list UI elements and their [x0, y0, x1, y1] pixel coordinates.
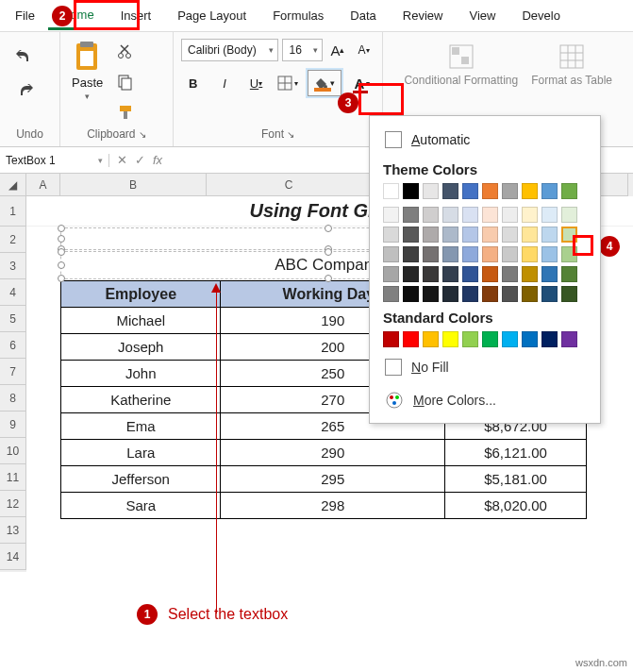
tab-review[interactable]: Review	[390, 3, 457, 28]
row-header[interactable]: 4	[0, 279, 26, 306]
font-size-combo[interactable]: 16	[282, 39, 323, 61]
col-header[interactable]: A	[26, 174, 60, 196]
row-header[interactable]: 2	[0, 227, 26, 253]
color-swatch[interactable]	[502, 331, 518, 347]
color-swatch[interactable]	[561, 286, 577, 302]
color-swatch[interactable]	[502, 266, 518, 282]
row-header[interactable]: 8	[0, 385, 26, 412]
color-swatch[interactable]	[442, 286, 458, 302]
color-swatch[interactable]	[403, 207, 419, 223]
row-header[interactable]: 13	[0, 517, 26, 544]
color-swatch[interactable]	[442, 183, 458, 199]
format-painter-button[interactable]	[112, 100, 139, 125]
row-header[interactable]: 10	[0, 438, 26, 464]
color-swatch[interactable]	[403, 246, 419, 262]
copy-button[interactable]	[112, 70, 139, 94]
cut-button[interactable]	[112, 40, 139, 64]
color-swatch[interactable]	[383, 286, 399, 302]
row-header[interactable]: 11	[0, 464, 26, 491]
select-all-corner[interactable]: ◢	[0, 174, 26, 196]
table-cell[interactable]: Jefferson	[61, 466, 221, 493]
tab-developer[interactable]: Develo	[508, 3, 573, 28]
table-cell[interactable]: $5,181.00	[445, 466, 587, 493]
color-swatch[interactable]	[482, 246, 498, 262]
color-swatch[interactable]	[403, 183, 419, 199]
color-swatch[interactable]	[462, 266, 478, 282]
color-swatch[interactable]	[442, 331, 458, 347]
color-swatch[interactable]	[462, 183, 478, 199]
tab-page-layout[interactable]: Page Layout	[164, 3, 259, 28]
tab-formulas[interactable]: Formulas	[259, 3, 337, 28]
color-swatch[interactable]	[522, 207, 538, 223]
color-swatch[interactable]	[403, 227, 419, 243]
color-swatch[interactable]	[383, 266, 399, 282]
italic-button[interactable]: I	[212, 71, 236, 95]
color-swatch[interactable]	[561, 183, 577, 199]
color-swatch[interactable]	[541, 266, 558, 282]
automatic-option[interactable]: Automatic	[383, 126, 587, 154]
color-swatch[interactable]	[522, 183, 538, 199]
row-header[interactable]: 1	[0, 196, 26, 227]
increase-font-button[interactable]: A▴	[326, 38, 349, 62]
table-cell[interactable]: Ema	[61, 413, 221, 440]
color-swatch[interactable]	[502, 207, 518, 223]
color-swatch[interactable]	[383, 227, 399, 243]
table-cell[interactable]: 298	[221, 493, 445, 519]
color-swatch[interactable]	[442, 227, 458, 243]
col-header[interactable]: B	[60, 174, 207, 196]
table-cell[interactable]: Michael	[61, 308, 221, 334]
table-cell[interactable]: $6,121.00	[445, 440, 587, 466]
fx-label[interactable]: fx	[153, 153, 162, 167]
color-swatch[interactable]	[482, 286, 498, 302]
color-swatch[interactable]	[502, 227, 518, 243]
color-swatch[interactable]	[442, 207, 458, 223]
row-header[interactable]: 14	[0, 544, 26, 570]
decrease-font-button[interactable]: A▾	[353, 38, 375, 62]
underline-button[interactable]: U ▾	[244, 71, 268, 95]
format-as-table-button[interactable]: Format as Table	[531, 43, 612, 87]
color-swatch[interactable]	[522, 286, 538, 302]
color-swatch[interactable]	[561, 331, 577, 347]
color-swatch[interactable]	[423, 207, 439, 223]
table-cell[interactable]: 295	[221, 466, 445, 493]
color-swatch[interactable]	[502, 286, 518, 302]
row-header[interactable]: 3	[0, 253, 26, 279]
color-swatch[interactable]	[541, 331, 558, 347]
font-name-combo[interactable]: Calibri (Body)	[181, 39, 278, 61]
tab-file[interactable]: File	[2, 3, 48, 28]
color-swatch[interactable]	[522, 331, 538, 347]
color-swatch[interactable]	[482, 266, 498, 282]
color-swatch[interactable]	[383, 183, 399, 199]
color-swatch[interactable]	[403, 286, 419, 302]
cancel-icon[interactable]: ✕	[117, 153, 127, 167]
color-swatch[interactable]	[502, 183, 518, 199]
table-cell[interactable]: Lara	[61, 440, 221, 466]
color-swatch[interactable]	[423, 286, 439, 302]
table-cell[interactable]: $8,020.00	[445, 493, 587, 519]
row-header[interactable]: 12	[0, 491, 26, 517]
row-header[interactable]: 9	[0, 412, 26, 438]
more-colors-option[interactable]: More Colors...	[383, 383, 587, 417]
border-button[interactable]: ▾	[275, 71, 299, 95]
color-swatch[interactable]	[423, 183, 439, 199]
tab-view[interactable]: View	[456, 3, 508, 28]
color-swatch[interactable]	[423, 266, 439, 282]
color-swatch[interactable]	[442, 266, 458, 282]
color-swatch[interactable]	[462, 286, 478, 302]
color-swatch[interactable]	[482, 207, 498, 223]
color-swatch[interactable]	[403, 331, 419, 347]
color-swatch[interactable]	[541, 227, 558, 243]
conditional-formatting-button[interactable]: Conditional Formatting	[404, 43, 518, 87]
color-swatch[interactable]	[383, 331, 399, 347]
fill-color-button[interactable]: ▾	[308, 70, 342, 96]
color-swatch[interactable]	[462, 246, 478, 262]
table-cell[interactable]: Katherine	[61, 387, 221, 413]
paste-button[interactable]: Paste ▾	[68, 38, 107, 125]
color-swatch[interactable]	[541, 207, 558, 223]
row-header[interactable]: 7	[0, 359, 26, 385]
color-swatch[interactable]	[541, 183, 558, 199]
tab-data[interactable]: Data	[337, 3, 389, 28]
row-header[interactable]: 5	[0, 306, 26, 332]
color-swatch[interactable]	[423, 246, 439, 262]
color-swatch[interactable]	[522, 227, 538, 243]
